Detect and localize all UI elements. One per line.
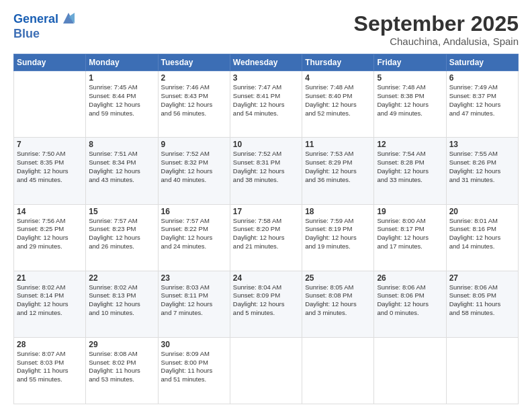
day-number: 25 xyxy=(305,273,371,283)
weekday-header: Wednesday xyxy=(230,54,302,71)
logo-icon xyxy=(60,11,77,25)
day-info: Sunrise: 7:55 AM Sunset: 8:26 PM Dayligh… xyxy=(449,150,515,184)
day-number: 26 xyxy=(377,273,443,283)
calendar-cell: 30Sunrise: 8:09 AM Sunset: 8:00 PM Dayli… xyxy=(158,337,230,404)
weekday-header: Saturday xyxy=(446,54,518,71)
calendar-cell: 15Sunrise: 7:57 AM Sunset: 8:23 PM Dayli… xyxy=(86,204,158,271)
calendar-cell xyxy=(374,337,446,404)
day-info: Sunrise: 7:48 AM Sunset: 8:40 PM Dayligh… xyxy=(305,83,371,118)
calendar-table: SundayMondayTuesdayWednesdayThursdayFrid… xyxy=(13,54,519,404)
logo-text1: General xyxy=(13,12,58,26)
day-number: 13 xyxy=(449,140,515,149)
calendar-cell: 7Sunrise: 7:50 AM Sunset: 8:35 PM Daylig… xyxy=(14,138,86,204)
day-info: Sunrise: 8:05 AM Sunset: 8:08 PM Dayligh… xyxy=(305,283,371,318)
day-info: Sunrise: 7:53 AM Sunset: 8:29 PM Dayligh… xyxy=(305,150,371,184)
calendar-cell: 29Sunrise: 8:08 AM Sunset: 8:02 PM Dayli… xyxy=(86,337,158,404)
calendar-cell: 18Sunrise: 7:59 AM Sunset: 8:19 PM Dayli… xyxy=(302,204,374,271)
calendar-cell: 14Sunrise: 7:56 AM Sunset: 8:25 PM Dayli… xyxy=(14,204,86,271)
day-info: Sunrise: 8:08 AM Sunset: 8:02 PM Dayligh… xyxy=(89,350,154,384)
day-info: Sunrise: 8:02 AM Sunset: 8:13 PM Dayligh… xyxy=(89,283,154,318)
calendar-cell: 21Sunrise: 8:02 AM Sunset: 8:14 PM Dayli… xyxy=(14,271,86,337)
title-block: September 2025 Chauchina, Andalusia, Spa… xyxy=(354,12,519,47)
day-info: Sunrise: 8:09 AM Sunset: 8:00 PM Dayligh… xyxy=(161,350,227,384)
day-number: 12 xyxy=(377,140,443,149)
calendar-cell xyxy=(446,337,518,404)
calendar-cell: 3Sunrise: 7:47 AM Sunset: 8:41 PM Daylig… xyxy=(230,71,302,138)
calendar-cell: 22Sunrise: 8:02 AM Sunset: 8:13 PM Dayli… xyxy=(86,271,158,337)
calendar-cell: 28Sunrise: 8:07 AM Sunset: 8:03 PM Dayli… xyxy=(14,337,86,404)
weekday-header: Sunday xyxy=(14,54,86,71)
day-number: 15 xyxy=(89,207,154,216)
day-number: 9 xyxy=(161,140,227,149)
day-info: Sunrise: 8:02 AM Sunset: 8:14 PM Dayligh… xyxy=(17,283,83,318)
calendar-cell: 4Sunrise: 7:48 AM Sunset: 8:40 PM Daylig… xyxy=(302,71,374,138)
logo-text: General xyxy=(13,12,58,27)
weekday-header: Friday xyxy=(374,54,446,71)
calendar-cell: 11Sunrise: 7:53 AM Sunset: 8:29 PM Dayli… xyxy=(302,138,374,204)
day-number: 28 xyxy=(17,340,83,349)
day-number: 4 xyxy=(305,73,371,83)
day-number: 29 xyxy=(89,340,154,349)
day-number: 17 xyxy=(233,207,299,216)
weekday-header: Thursday xyxy=(302,54,374,71)
calendar-cell: 17Sunrise: 7:58 AM Sunset: 8:20 PM Dayli… xyxy=(230,204,302,271)
calendar-title: September 2025 xyxy=(354,12,519,36)
day-number: 7 xyxy=(17,140,83,149)
day-info: Sunrise: 8:01 AM Sunset: 8:16 PM Dayligh… xyxy=(449,217,515,251)
calendar-cell xyxy=(230,337,302,404)
weekday-header: Tuesday xyxy=(158,54,230,71)
calendar-week-row: 7Sunrise: 7:50 AM Sunset: 8:35 PM Daylig… xyxy=(14,138,519,204)
day-number: 24 xyxy=(233,273,299,283)
day-number: 27 xyxy=(449,273,515,283)
day-number: 21 xyxy=(17,273,83,283)
logo: General Blue xyxy=(13,12,77,41)
day-info: Sunrise: 8:00 AM Sunset: 8:17 PM Dayligh… xyxy=(377,217,443,251)
day-info: Sunrise: 7:51 AM Sunset: 8:34 PM Dayligh… xyxy=(89,150,154,184)
day-info: Sunrise: 7:46 AM Sunset: 8:43 PM Dayligh… xyxy=(161,83,227,118)
day-number: 30 xyxy=(161,340,227,349)
calendar-cell: 19Sunrise: 8:00 AM Sunset: 8:17 PM Dayli… xyxy=(374,204,446,271)
logo-text2: Blue xyxy=(13,27,40,40)
day-info: Sunrise: 7:58 AM Sunset: 8:20 PM Dayligh… xyxy=(233,217,299,251)
day-number: 22 xyxy=(89,273,154,283)
day-number: 23 xyxy=(161,273,227,283)
calendar-cell: 25Sunrise: 8:05 AM Sunset: 8:08 PM Dayli… xyxy=(302,271,374,337)
day-info: Sunrise: 7:50 AM Sunset: 8:35 PM Dayligh… xyxy=(17,150,83,184)
calendar-cell: 13Sunrise: 7:55 AM Sunset: 8:26 PM Dayli… xyxy=(446,138,518,204)
day-number: 20 xyxy=(449,207,515,216)
calendar-cell xyxy=(14,71,86,138)
day-info: Sunrise: 7:45 AM Sunset: 8:44 PM Dayligh… xyxy=(89,83,154,118)
day-number: 8 xyxy=(89,140,154,149)
day-number: 11 xyxy=(305,140,371,149)
day-info: Sunrise: 7:52 AM Sunset: 8:32 PM Dayligh… xyxy=(161,150,227,184)
calendar-week-row: 21Sunrise: 8:02 AM Sunset: 8:14 PM Dayli… xyxy=(14,271,519,337)
day-number: 5 xyxy=(377,73,443,83)
calendar-cell: 16Sunrise: 7:57 AM Sunset: 8:22 PM Dayli… xyxy=(158,204,230,271)
calendar-cell: 20Sunrise: 8:01 AM Sunset: 8:16 PM Dayli… xyxy=(446,204,518,271)
day-number: 14 xyxy=(17,207,83,216)
calendar-cell: 26Sunrise: 8:06 AM Sunset: 8:06 PM Dayli… xyxy=(374,271,446,337)
weekday-header-row: SundayMondayTuesdayWednesdayThursdayFrid… xyxy=(14,54,519,71)
day-info: Sunrise: 8:03 AM Sunset: 8:11 PM Dayligh… xyxy=(161,283,227,318)
day-info: Sunrise: 8:04 AM Sunset: 8:09 PM Dayligh… xyxy=(233,283,299,318)
calendar-cell xyxy=(302,337,374,404)
calendar-cell: 9Sunrise: 7:52 AM Sunset: 8:32 PM Daylig… xyxy=(158,138,230,204)
calendar-subtitle: Chauchina, Andalusia, Spain xyxy=(354,36,519,47)
calendar-cell: 2Sunrise: 7:46 AM Sunset: 8:43 PM Daylig… xyxy=(158,71,230,138)
day-info: Sunrise: 7:57 AM Sunset: 8:23 PM Dayligh… xyxy=(89,217,154,251)
day-number: 1 xyxy=(89,73,154,83)
day-number: 6 xyxy=(449,73,515,83)
calendar-cell: 12Sunrise: 7:54 AM Sunset: 8:28 PM Dayli… xyxy=(374,138,446,204)
day-number: 19 xyxy=(377,207,443,216)
day-info: Sunrise: 8:07 AM Sunset: 8:03 PM Dayligh… xyxy=(17,350,83,384)
day-info: Sunrise: 7:57 AM Sunset: 8:22 PM Dayligh… xyxy=(161,217,227,251)
day-info: Sunrise: 7:47 AM Sunset: 8:41 PM Dayligh… xyxy=(233,83,299,118)
calendar-cell: 5Sunrise: 7:48 AM Sunset: 8:38 PM Daylig… xyxy=(374,71,446,138)
calendar-cell: 27Sunrise: 8:06 AM Sunset: 8:05 PM Dayli… xyxy=(446,271,518,337)
day-info: Sunrise: 7:56 AM Sunset: 8:25 PM Dayligh… xyxy=(17,217,83,251)
day-info: Sunrise: 8:06 AM Sunset: 8:06 PM Dayligh… xyxy=(377,283,443,318)
calendar-cell: 1Sunrise: 7:45 AM Sunset: 8:44 PM Daylig… xyxy=(86,71,158,138)
day-number: 3 xyxy=(233,73,299,83)
day-info: Sunrise: 7:49 AM Sunset: 8:37 PM Dayligh… xyxy=(449,83,515,118)
day-info: Sunrise: 7:52 AM Sunset: 8:31 PM Dayligh… xyxy=(233,150,299,184)
